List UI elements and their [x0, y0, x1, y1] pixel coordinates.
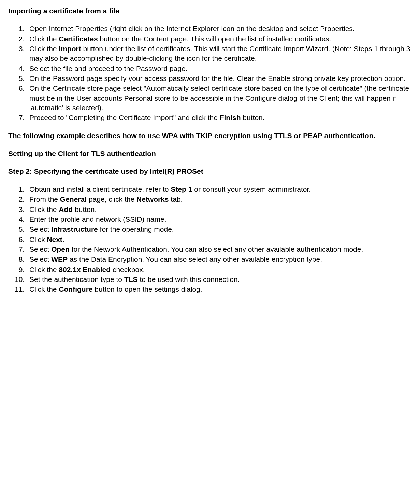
text: Click: [29, 235, 47, 243]
bold-text: Open: [51, 245, 70, 253]
bold-text: TLS: [124, 275, 138, 283]
text: tab.: [169, 195, 183, 203]
heading-importing-certificate: Importing a certificate from a file: [8, 6, 412, 16]
text: for the operating mode.: [98, 225, 174, 233]
text: Click the: [29, 205, 59, 213]
text: page, click the: [87, 195, 136, 203]
import-certificate-steps: Open Internet Properties (right-click on…: [8, 24, 412, 123]
bold-text: WEP: [51, 255, 68, 263]
list-item: Click the Configure button to open the s…: [27, 285, 412, 294]
text: for the Network Authentication. You can …: [70, 245, 363, 253]
bold-text: Add: [59, 205, 73, 213]
list-item: Proceed to "Completing the Certificate I…: [27, 113, 412, 123]
list-item: Select WEP as the Data Encryption. You c…: [27, 255, 412, 264]
text: as the Data Encryption. You can also sel…: [68, 255, 322, 263]
heading-step2: Step 2: Specifying the certificate used …: [8, 167, 412, 176]
bold-text: Import: [59, 45, 81, 53]
text: Click the: [29, 265, 59, 273]
bold-text: Infrastructure: [51, 225, 98, 233]
text: .: [62, 235, 64, 243]
text: button on the Content page. This will op…: [98, 35, 331, 43]
text: button.: [73, 205, 97, 213]
text: From the: [29, 195, 60, 203]
text: Click the: [29, 45, 59, 53]
list-item: Enter the profile and network (SSID) nam…: [27, 215, 412, 224]
list-item: Set the authentication type to TLS to be…: [27, 275, 412, 284]
bold-text: Step 1: [171, 185, 192, 193]
bold-text: General: [60, 195, 87, 203]
text: Obtain and install a client certificate,…: [29, 185, 171, 193]
list-item: Open Internet Properties (right-click on…: [27, 24, 412, 33]
list-item: Click the Add button.: [27, 205, 412, 214]
list-item: On the Password page specify your access…: [27, 74, 412, 83]
text: Proceed to "Completing the Certificate I…: [29, 114, 220, 121]
list-item: On the Certificate store page select "Au…: [27, 84, 412, 113]
list-item: Select Open for the Network Authenticati…: [27, 245, 412, 254]
list-item: Click the Import button under the list o…: [27, 44, 412, 63]
heading-wpa-example: The following example describes how to u…: [8, 131, 412, 141]
text: Select: [29, 225, 51, 233]
list-item: Select the file and proceed to the Passw…: [27, 64, 412, 73]
list-item: Click the Certificates button on the Con…: [27, 34, 412, 44]
text: Click the: [29, 35, 59, 43]
text: Click the: [29, 285, 59, 293]
list-item: Obtain and install a client certificate,…: [27, 185, 412, 194]
text: Set the authentication type to: [29, 275, 124, 283]
text: or consult your system administrator.: [192, 185, 311, 193]
heading-tls-setup: Setting up the Client for TLS authentica…: [8, 149, 412, 158]
text: checkbox.: [111, 265, 145, 273]
text: button.: [241, 114, 265, 121]
proset-certificate-steps: Obtain and install a client certificate,…: [8, 185, 412, 294]
list-item: Click Next.: [27, 235, 412, 244]
text: Select: [29, 245, 51, 253]
bold-text: Finish: [220, 114, 241, 121]
list-item: From the General page, click the Network…: [27, 195, 412, 204]
bold-text: Certificates: [59, 35, 98, 43]
text: button to open the settings dialog.: [93, 285, 202, 293]
bold-text: 802.1x Enabled: [59, 265, 111, 273]
bold-text: Networks: [136, 195, 169, 203]
text: button under the list of certificates. T…: [29, 45, 410, 62]
bold-text: Next: [47, 235, 62, 243]
text: to be used with this connection.: [138, 275, 240, 283]
text: Select: [29, 255, 51, 263]
list-item: Select Infrastructure for the operating …: [27, 225, 412, 234]
bold-text: Configure: [59, 285, 92, 293]
list-item: Click the 802.1x Enabled checkbox.: [27, 265, 412, 274]
